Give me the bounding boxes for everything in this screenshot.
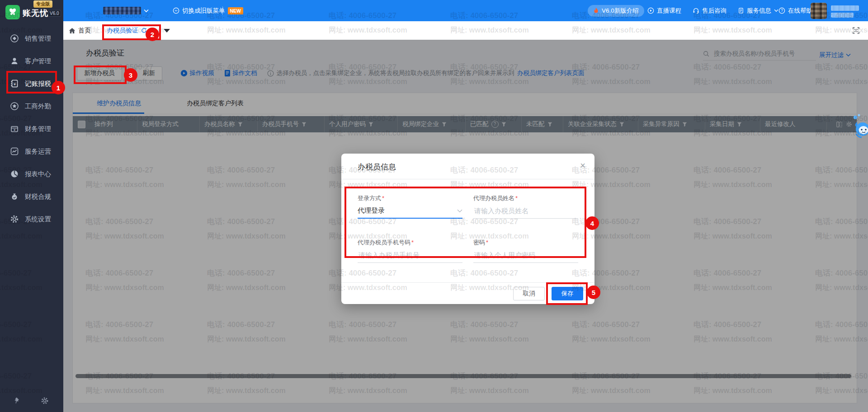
service-info-menu[interactable]: 服务信息 [738,0,778,21]
annotation-box-step1 [6,71,57,94]
annotation-box-step5 [546,282,588,305]
chevron-down-icon [144,9,149,13]
sidebar-item-label: 财税合规 [25,192,51,201]
sidebar-item-label: 系统设置 [25,215,51,224]
sidebar-item-system-settings[interactable]: 系统设置 [0,208,63,230]
annotation-box-step3 [74,66,127,84]
brand-butterfly-icon [5,5,20,19]
edition-badge: 专业版 [33,0,52,8]
cashbox-yen-icon: ¥ [10,124,19,133]
v6-intro-link[interactable]: V6.0新版介绍 [588,0,644,21]
document-icon [738,7,744,14]
tab-home[interactable]: 首页 [69,21,91,40]
user-icon [10,56,19,66]
close-icon[interactable]: × [580,161,585,170]
online-help-label: 在线帮助 [788,7,812,15]
live-course-label: 直播课程 [657,7,681,15]
annotation-step-number: 4 [585,216,599,230]
play-circle-icon [647,7,654,14]
switch-icon [173,7,179,14]
svg-text:?: ? [781,8,783,13]
app-window: 账无忧 V6.0 专业版 销售管理 客户管理 ¥ 记账报税 工商外勤 ¥ [0,0,868,412]
sidebar-item-report-center[interactable]: 报表中心 [0,163,63,185]
pin-icon[interactable] [12,397,20,405]
sidebar-nav: 销售管理 客户管理 ¥ 记账报税 工商外勤 ¥ 财务管理 服务运营 [0,27,63,230]
sidebar-item-service-ops[interactable]: 服务运营 [0,140,63,163]
company-name-redacted [103,7,141,14]
sidebar-item-label: 销售管理 [25,34,51,43]
annotation-step-number: 1 [52,81,65,94]
question-circle-icon: ? [778,7,785,14]
sidebar-item-label: 财务管理 [25,125,51,133]
sidebar-item-label: 报表中心 [25,170,51,178]
switch-old-menu-label: 切换成旧版菜单 [182,7,225,15]
sidebar-item-tax-compliance[interactable]: 财税合规 [0,185,63,208]
annotation-box-step4 [344,187,586,258]
star-circle-icon [10,102,19,111]
annotation-step-number: 5 [587,286,600,299]
topbar: 切换成旧版菜单 NEW V6.0新版介绍 直播课程 售后咨询 服务信息 ? 在线… [63,0,868,21]
brand-version-badge: V6.0 [48,10,61,17]
svg-text:¥: ¥ [14,128,16,132]
sidebar-item-label: 服务运营 [25,147,51,156]
live-course-link[interactable]: 直播课程 [647,0,681,21]
sidebar: 账无忧 V6.0 专业版 销售管理 客户管理 ¥ 记账报税 工商外勤 ¥ [0,0,63,412]
dialog-header: 办税员信息 × [341,154,594,179]
after-sales-label: 售后咨询 [702,7,726,15]
username-redacted-line1 [831,5,859,11]
sidebar-item-sales[interactable]: 销售管理 [0,27,63,50]
diamond-circle-icon [10,34,19,43]
pie-chart-icon [10,169,19,178]
tab-home-label: 首页 [78,27,91,35]
sidebar-item-customers[interactable]: 客户管理 [0,50,63,72]
company-selector[interactable] [103,0,149,21]
trend-chart-icon [10,147,19,156]
sidebar-item-label: 工商外勤 [25,102,51,111]
sidebar-item-business-field[interactable]: 工商外勤 [0,95,63,117]
annotation-step-number: 3 [124,68,137,82]
sidebar-item-label: 客户管理 [25,57,51,66]
flame-icon [593,7,599,14]
page-tabbar: 首页 办税员验证 [63,21,868,40]
annotation-step-number: 2 [146,28,159,41]
fullscreen-icon[interactable] [852,27,860,34]
username-redacted-line2 [831,13,854,18]
service-info-label: 服务信息 [747,7,771,15]
dialog-title: 办税员信息 [358,162,396,172]
money-bag-icon [10,192,19,201]
user-avatar[interactable] [811,3,827,19]
gear-icon [10,215,19,224]
chevron-down-icon [774,9,778,12]
v6-intro-label: V6.0新版介绍 [602,7,639,15]
sidebar-settings-gear-icon[interactable] [41,397,49,405]
brand-name: 账无忧 [23,8,48,19]
after-sales-link[interactable]: 售后咨询 [693,0,726,21]
home-icon [69,28,75,34]
assistant-mascot[interactable] [853,114,868,141]
tab-list-dropdown-caret[interactable] [164,29,170,33]
app-logo: 账无忧 V6.0 专业版 [0,0,63,25]
sidebar-item-finance[interactable]: ¥ 财务管理 [0,117,63,140]
headset-icon [693,7,699,14]
switch-old-menu[interactable]: 切换成旧版菜单 NEW [173,0,243,21]
cancel-button[interactable]: 取消 [513,287,545,300]
new-badge: NEW [228,7,244,14]
